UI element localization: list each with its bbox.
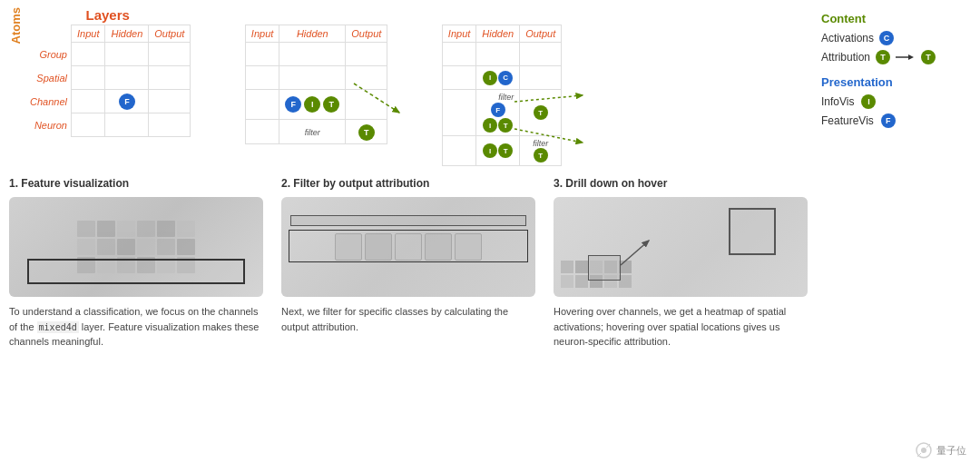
step-2: 2. Filter by output attribution xyxy=(281,177,535,466)
col-hidden-3: Hidden xyxy=(476,25,520,43)
row-neuron-1: Neuron xyxy=(24,113,71,137)
col-hidden-2: Hidden xyxy=(279,25,346,43)
node-F-1: F xyxy=(119,94,135,110)
step-2-title: 2. Filter by output attribution xyxy=(281,177,535,190)
node-F-3: F xyxy=(491,103,505,117)
atoms-label: Atoms xyxy=(9,7,23,62)
presentation-title: Presentation xyxy=(821,75,971,89)
row-neuron-2 xyxy=(200,120,245,144)
cell-s-i-3 xyxy=(442,66,475,90)
node-T-co-3: T xyxy=(534,105,548,120)
node-I-sidebar: I xyxy=(861,94,876,109)
cell-s-i-1 xyxy=(71,66,104,90)
row-group-1: Group xyxy=(24,43,71,66)
row-group-3 xyxy=(397,43,442,66)
col-output-3: Output xyxy=(520,25,562,43)
cell-g-i-3 xyxy=(442,43,475,66)
cell-g-h-1 xyxy=(105,43,149,66)
steps-container: 1. Feature visualization To xyxy=(9,177,808,466)
layer-table-1: Input Hidden Output Group xyxy=(24,25,191,137)
col-hidden-1: Hidden xyxy=(105,25,149,43)
cell-c-i-1 xyxy=(71,90,104,113)
featurevis-label: FeatureVis xyxy=(821,114,874,127)
cell-g-o-3 xyxy=(520,43,562,66)
content-title: Content xyxy=(821,12,971,25)
attribution-item: Attribution T T xyxy=(821,50,971,64)
node-I-c-3: I xyxy=(483,118,497,133)
svg-line-7 xyxy=(621,241,649,265)
cell-c-o-2 xyxy=(346,90,387,120)
node-I-2: I xyxy=(304,96,320,113)
row-spatial-2 xyxy=(200,66,245,90)
infovis-label: InfoVis xyxy=(821,95,854,108)
col-input-1: Input xyxy=(71,25,104,43)
step3-arrow xyxy=(554,197,808,297)
node-T-n-2: T xyxy=(358,124,375,141)
cell-c-i-3 xyxy=(442,90,475,136)
diagram-1: Layers Input Hidden Output xyxy=(24,7,191,137)
cell-n-i-1 xyxy=(71,113,104,137)
cell-c-h-3: filter F I T xyxy=(476,90,520,136)
step-1-image xyxy=(9,197,263,297)
row-channel-1: Channel xyxy=(24,90,71,113)
step-1-text: To understand a classification, we focus… xyxy=(9,304,263,350)
cell-s-h-3: I C xyxy=(476,66,520,90)
cell-s-o-3 xyxy=(520,66,562,90)
svg-marker-9 xyxy=(908,54,914,60)
cell-n-h-1 xyxy=(105,113,149,137)
cell-s-o-1 xyxy=(149,66,191,90)
row-channel-3 xyxy=(397,90,442,136)
cell-g-i-2 xyxy=(245,43,279,66)
cell-n-o-1 xyxy=(149,113,191,137)
node-T-right-sidebar: T xyxy=(921,50,936,64)
step-3-image xyxy=(554,197,808,297)
layer-table-2: Input Hidden Output xyxy=(200,25,387,144)
activations-label: Activations xyxy=(821,32,874,44)
cell-s-h-1 xyxy=(105,66,149,90)
step-3-title: 3. Drill down on hover xyxy=(554,177,808,190)
node-F-sidebar: F xyxy=(881,113,896,128)
step-3: 3. Drill down on hover xyxy=(554,177,808,466)
svg-point-11 xyxy=(921,448,926,453)
node-T-h-2: T xyxy=(323,96,339,113)
cell-c-o-3: T xyxy=(520,90,562,136)
activations-item: Activations C xyxy=(821,31,971,45)
row-spatial-3 xyxy=(397,66,442,90)
layers-title: Layers xyxy=(24,7,191,23)
diagram-2: Input Hidden Output xyxy=(200,7,387,144)
col-output-2: Output xyxy=(346,25,387,43)
cell-n-i-2 xyxy=(245,120,279,144)
cell-s-i-2 xyxy=(245,66,279,90)
cell-n-o-3: filter T xyxy=(520,136,562,166)
cell-c-i-2 xyxy=(245,90,279,120)
cell-g-o-2 xyxy=(346,43,387,66)
row-neuron-3 xyxy=(397,136,442,166)
step-2-text: Next, we filter for specific classes by … xyxy=(281,304,535,334)
col-input-3: Input xyxy=(442,25,475,43)
step-2-image xyxy=(281,197,535,297)
node-C-s-3: C xyxy=(498,71,513,85)
layer-table-3: Input Hidden Output xyxy=(397,25,562,166)
cell-g-h-2 xyxy=(279,43,346,66)
step-1-title: 1. Feature visualization xyxy=(9,177,263,190)
cell-n-o-2: T xyxy=(346,120,387,144)
cell-c-h-1: F xyxy=(105,90,149,113)
col-input-2: Input xyxy=(245,25,279,43)
cell-g-h-3 xyxy=(476,43,520,66)
row-group-2 xyxy=(200,43,245,66)
node-F-2: F xyxy=(285,96,301,113)
node-T-no-3: T xyxy=(534,148,548,163)
attribution-label: Attribution xyxy=(821,51,870,64)
cell-c-o-1 xyxy=(149,90,191,113)
node-T-n-3: T xyxy=(498,143,513,158)
cell-c-h-2: F I T xyxy=(279,90,346,120)
featurevis-item: FeatureVis F xyxy=(821,113,971,128)
row-channel-2 xyxy=(200,90,245,120)
step-1: 1. Feature visualization To xyxy=(9,177,263,466)
cell-s-o-2 xyxy=(346,66,387,90)
infovis-item: InfoVis I xyxy=(821,94,971,109)
node-I-n-3: I xyxy=(483,143,497,158)
step-3-text: Hovering over channels, we get a heatmap… xyxy=(554,304,808,350)
watermark: 量子位 xyxy=(915,441,966,459)
node-T-c-3: T xyxy=(498,118,513,133)
